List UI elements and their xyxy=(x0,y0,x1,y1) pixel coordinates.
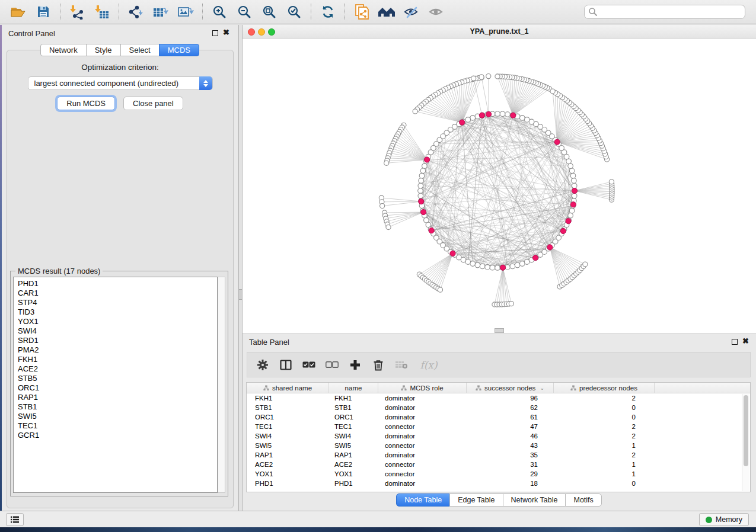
table-row[interactable]: TEC1TEC1connector472 xyxy=(247,422,750,431)
graph-hub-node[interactable] xyxy=(420,209,426,214)
tab-select[interactable]: Select xyxy=(120,44,160,56)
graph-leaf-node[interactable] xyxy=(486,73,491,78)
table-row[interactable]: RAP1RAP1dominator352 xyxy=(247,450,750,460)
mcds-node-item[interactable]: ORC1 xyxy=(18,383,217,393)
tab-network-table[interactable]: Network Table xyxy=(503,493,566,507)
tab-mcds[interactable]: MCDS xyxy=(159,44,199,56)
zoom-selected-button[interactable] xyxy=(282,2,307,21)
graph-node[interactable] xyxy=(495,111,500,117)
graph-node[interactable] xyxy=(480,264,485,269)
task-history-button[interactable] xyxy=(6,513,24,526)
tab-motifs[interactable]: Motifs xyxy=(565,493,601,507)
run-mcds-button[interactable]: Run MCDS xyxy=(57,97,115,110)
create-column-button[interactable] xyxy=(347,357,363,373)
mcds-node-item[interactable]: GCR1 xyxy=(18,431,217,440)
graph-node[interactable] xyxy=(465,259,471,265)
close-table-panel-icon[interactable]: ✖ xyxy=(742,336,749,345)
graph-leaf-node[interactable] xyxy=(509,301,513,306)
graph-leaf-node[interactable] xyxy=(495,74,500,79)
graph-leaf-node[interactable] xyxy=(471,76,476,81)
show-columns-button[interactable] xyxy=(278,357,294,373)
column-header[interactable]: MCDS role xyxy=(378,383,467,393)
graph-node[interactable] xyxy=(572,178,577,184)
graph-hub-node[interactable] xyxy=(511,113,516,118)
mcds-result-list[interactable]: PHD1CAR1STP4TID3YOX1SWI4SRD1PMA2FKH1ACE2… xyxy=(13,277,218,493)
table-row[interactable]: SWI4SWI4dominator462 xyxy=(247,431,750,441)
graph-leaf-node[interactable] xyxy=(438,287,442,292)
mcds-node-item[interactable]: SWI5 xyxy=(18,412,217,421)
graph-leaf-node[interactable] xyxy=(384,161,389,165)
mcds-node-item[interactable]: PMA2 xyxy=(18,345,217,355)
graph-node[interactable] xyxy=(519,116,525,121)
tab-style[interactable]: Style xyxy=(86,44,121,56)
graph-node[interactable] xyxy=(470,261,476,267)
graph-node[interactable] xyxy=(418,193,423,198)
column-header[interactable]: predecessor nodes xyxy=(554,383,655,393)
delete-column-button[interactable] xyxy=(371,357,386,373)
import-network-button[interactable] xyxy=(65,2,90,21)
memory-button[interactable]: Memory xyxy=(699,513,749,526)
unselect-all-columns-button[interactable] xyxy=(324,357,340,373)
mcds-node-item[interactable]: TID3 xyxy=(18,307,217,317)
close-panel-button[interactable]: Close panel xyxy=(123,97,183,110)
table-row[interactable]: YOX1YOX1connector291 xyxy=(247,469,750,479)
graph-hub-node[interactable] xyxy=(500,265,505,270)
graph-node[interactable] xyxy=(569,168,575,174)
table-row[interactable]: FKH1FKH1dominator962 xyxy=(247,393,750,403)
graph-node[interactable] xyxy=(418,188,423,194)
graph-hub-node[interactable] xyxy=(429,228,434,233)
graph-node[interactable] xyxy=(569,208,575,213)
table-row[interactable]: ACE2ACE2connector311 xyxy=(247,460,750,469)
graph-hub-node[interactable] xyxy=(532,255,538,261)
import-table-button[interactable] xyxy=(90,2,114,21)
graph-node[interactable] xyxy=(519,261,525,267)
mcds-node-item[interactable]: STB1 xyxy=(18,402,217,412)
graph-leaf-node[interactable] xyxy=(609,180,614,184)
graph-node[interactable] xyxy=(524,117,529,123)
graph-hub-node[interactable] xyxy=(566,219,571,224)
table-row[interactable]: SWI5SWI5connector431 xyxy=(247,441,750,450)
graph-hub-node[interactable] xyxy=(460,120,465,125)
vertical-splitter-grip[interactable] xyxy=(239,289,242,300)
table-row[interactable]: STB1STB1dominator620 xyxy=(247,403,750,412)
open-file-button[interactable] xyxy=(6,2,31,21)
mcds-node-item[interactable]: CAR1 xyxy=(18,289,217,298)
float-table-panel-icon[interactable] xyxy=(732,339,738,345)
graph-node[interactable] xyxy=(568,164,573,169)
graph-hub-node[interactable] xyxy=(424,157,429,162)
graph-node[interactable] xyxy=(570,173,576,178)
zoom-fit-button[interactable] xyxy=(257,2,282,21)
graph-node[interactable] xyxy=(568,213,573,218)
network-graph[interactable] xyxy=(243,39,756,334)
network-canvas[interactable] xyxy=(243,39,756,334)
hide-selected-button[interactable] xyxy=(399,2,424,21)
graph-node[interactable] xyxy=(510,264,515,269)
graph-leaf-node[interactable] xyxy=(386,225,391,229)
mcds-node-item[interactable]: SRD1 xyxy=(18,336,217,345)
graph-node[interactable] xyxy=(419,178,424,184)
mcds-node-item[interactable]: ACE2 xyxy=(18,364,217,374)
table-scrollbar[interactable] xyxy=(742,394,749,491)
table-scrollbar-thumb[interactable] xyxy=(744,395,748,466)
duplicate-network-button[interactable] xyxy=(349,2,374,21)
export-network-button[interactable] xyxy=(123,2,148,21)
vertical-splitter[interactable] xyxy=(238,25,243,511)
graph-node[interactable] xyxy=(420,168,426,174)
zoom-out-button[interactable] xyxy=(232,2,257,21)
column-header[interactable]: shared name xyxy=(247,383,329,393)
mcds-node-item[interactable]: SWI4 xyxy=(18,326,217,336)
column-header[interactable]: successor nodes⌄ xyxy=(467,383,554,393)
graph-hub-node[interactable] xyxy=(572,188,577,193)
column-header[interactable]: name xyxy=(329,383,378,393)
table-row[interactable]: ORC1ORC1dominator610 xyxy=(247,412,750,422)
graph-node[interactable] xyxy=(490,265,495,270)
graph-hub-node[interactable] xyxy=(419,198,424,204)
graph-hub-node[interactable] xyxy=(570,202,576,207)
mcds-node-item[interactable]: PHD1 xyxy=(18,279,217,289)
graph-node[interactable] xyxy=(495,265,500,271)
graph-node[interactable] xyxy=(485,265,490,270)
mcds-node-item[interactable]: FKH1 xyxy=(18,355,217,364)
graph-hub-node[interactable] xyxy=(560,228,566,233)
graph-node[interactable] xyxy=(422,164,428,169)
select-all-columns-button[interactable] xyxy=(301,357,317,373)
